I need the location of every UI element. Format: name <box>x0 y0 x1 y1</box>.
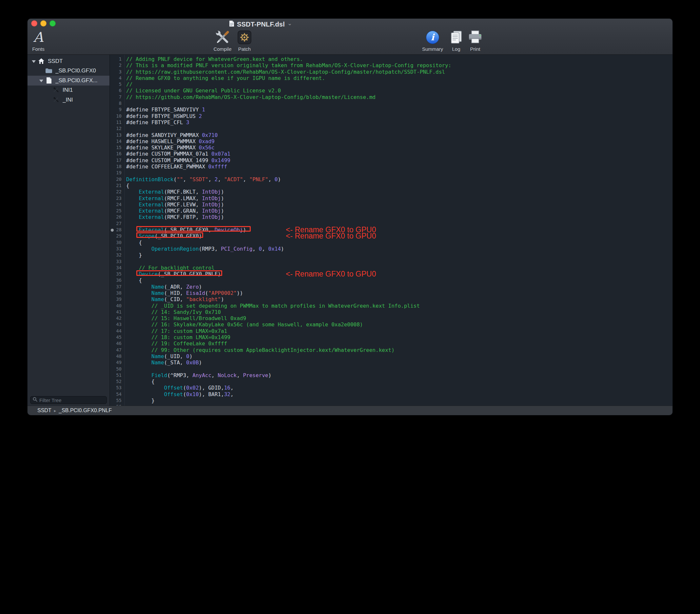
zoom-button[interactable] <box>49 20 56 26</box>
search-icon <box>33 397 37 403</box>
line-number: 7 <box>110 94 124 100</box>
tree-item-ini[interactable]: _INI <box>27 95 110 105</box>
code-line-3: 3// https://raw.githubusercontent.com/Re… <box>110 69 673 75</box>
line-number: 13 <box>110 132 124 138</box>
filter-tree-input[interactable] <box>39 398 104 403</box>
code-line-35: 35 Device(_SB.PCI0.GFX0.PNLF) <box>110 271 673 277</box>
code-line-46: 46 // 19: CoffeeLake 0xffff <box>110 340 673 347</box>
breadcrumb-root[interactable]: SSDT <box>37 408 51 413</box>
code-line-43: 43 // 16: Skylake/KabyLake 0x56c (and so… <box>110 322 673 328</box>
code-line-28: 28 External(_SB.PCI0.GFX0, DeviceObj) <box>110 227 673 233</box>
tree-item-sb-pci0-gfx0[interactable]: _SB.PCI0.GFX0 <box>27 66 110 76</box>
code-line-2: 2// This is a modified PNLF version orig… <box>110 62 673 68</box>
line-number: 33 <box>110 259 124 265</box>
code-line-48: 48 Name(_UID, 0) <box>110 353 673 360</box>
patch-button[interactable]: Patch <box>231 30 258 52</box>
tree-item-ini1[interactable]: INI1 <box>27 86 110 95</box>
line-number: 20 <box>110 176 124 183</box>
editor-pane: 1// Adding PNLF device for WhateverGreen… <box>110 55 673 405</box>
printer-icon <box>468 30 483 45</box>
code-line-7: 7// https://github.com/RehabMan/OS-X-Clo… <box>110 94 673 100</box>
code-line-34: 34 // For backlight control <box>110 265 673 271</box>
tree-item-label: _SB.PCI0.GFX... <box>55 77 98 84</box>
code-line-11: 11#define FBTYPE_CFL 3 <box>110 119 673 125</box>
sidebar-tree: SSDT_SB.PCI0.GFX0_SB.PCI0.GFX...INI1_INI <box>27 55 110 105</box>
code-line-29: 29 Scope(_SB.PCI0.GFX0) <box>110 233 673 239</box>
line-number: 8 <box>110 100 124 106</box>
fonts-button[interactable]: A Fonts <box>27 30 52 52</box>
method-icon <box>52 96 60 103</box>
code-line-33: 33 <box>110 259 673 265</box>
code-line-17: 17#define CUSTOM_PWMMAX_1499 0x1499 <box>110 157 673 163</box>
method-icon <box>52 87 60 94</box>
breadcrumb-separator-icon: ▸ <box>54 408 57 413</box>
disclosure-triangle-icon[interactable] <box>38 79 45 82</box>
code-line-40: 40 // _UID is set depending on PWMMax to… <box>110 303 673 309</box>
code-line-41: 41 // 14: Sandy/Ivy 0x710 <box>110 309 673 315</box>
disclosure-triangle-icon[interactable] <box>30 60 37 63</box>
tree-item-label: _SB.PCI0.GFX0 <box>55 67 96 74</box>
document-proxy-icon[interactable] <box>229 20 234 28</box>
line-number: 2 <box>110 62 124 68</box>
line-number: 14 <box>110 138 124 145</box>
line-number: 23 <box>110 195 124 201</box>
code-line-16: 16#define CUSTOM_PWMMAX_07a1 0x07a1 <box>110 151 673 157</box>
tree-item-ssdt[interactable]: SSDT <box>27 57 110 66</box>
line-number: 42 <box>110 315 124 322</box>
line-number: 34 <box>110 265 124 271</box>
code-line-52: 52 { <box>110 378 673 385</box>
line-number: 43 <box>110 322 124 328</box>
line-number: 31 <box>110 246 124 252</box>
info-icon: i <box>425 30 440 45</box>
document-icon <box>45 77 53 84</box>
line-number: 53 <box>110 385 124 391</box>
line-number: 29 <box>110 233 124 239</box>
tree-item-label: SSDT <box>48 58 63 64</box>
home-icon <box>37 58 45 65</box>
code-line-37: 37 Name(_ADR, Zero) <box>110 284 673 290</box>
code-line-55: 55 } <box>110 398 673 404</box>
print-button[interactable]: Print <box>461 30 489 52</box>
line-number: 18 <box>110 163 124 170</box>
code-line-1: 1// Adding PNLF device for WhateverGreen… <box>110 56 673 62</box>
gutter-marker-dot <box>111 229 114 231</box>
code-line-25: 25 External(RMCF.GRAN, IntObj) <box>110 208 673 214</box>
code-line-38: 38 Name(_HID, EisaId("APP0002")) <box>110 290 673 296</box>
code-line-23: 23 External(RMCF.LMAX, IntObj) <box>110 195 673 201</box>
tree-item-label: _INI <box>63 97 73 103</box>
tree-item-label: INI1 <box>63 87 73 93</box>
line-number: 40 <box>110 303 124 309</box>
line-number: 52 <box>110 378 124 385</box>
code-line-44: 44 // 17: custom LMAX=0x7a1 <box>110 328 673 334</box>
line-number: 54 <box>110 391 124 398</box>
code-line-4: 4// Rename GFX0 to anything else if your… <box>110 75 673 81</box>
tree-item-sb-pci0-gfx[interactable]: _SB.PCI0.GFX... <box>27 76 110 86</box>
line-number: 21 <box>110 183 124 189</box>
folder-icon <box>45 67 53 74</box>
code-line-5: 5// <box>110 81 673 87</box>
minimize-button[interactable] <box>40 20 47 26</box>
line-number: 6 <box>110 87 124 94</box>
line-number: 10 <box>110 113 124 119</box>
filter-tree-field[interactable] <box>30 396 107 404</box>
breadcrumb-leaf[interactable]: _SB.PCI0.GFX0.PNLF <box>59 408 112 413</box>
line-number: 17 <box>110 157 124 163</box>
line-number: 35 <box>110 271 124 277</box>
code-area[interactable]: 1// Adding PNLF device for WhateverGreen… <box>110 55 673 405</box>
line-number: 45 <box>110 334 124 340</box>
annotation-note: <- Rename GFX0 to GPU0 <box>286 232 376 240</box>
code-line-53: 53 Offset(0x02), GDID,16, <box>110 385 673 391</box>
sidebar: SSDT_SB.PCI0.GFX0_SB.PCI0.GFX...INI1_INI <box>27 55 110 405</box>
close-button[interactable] <box>31 20 37 26</box>
line-number: 22 <box>110 189 124 195</box>
line-number: 15 <box>110 145 124 151</box>
line-number: 39 <box>110 296 124 302</box>
line-number: 32 <box>110 252 124 258</box>
code-line-30: 30 { <box>110 239 673 246</box>
line-number: 47 <box>110 347 124 353</box>
line-number: 11 <box>110 119 124 125</box>
line-number: 38 <box>110 290 124 296</box>
annotation-note: <- Rename GFX0 to GPU0 <box>286 270 376 278</box>
title-menu-chevron[interactable]: ⌄ <box>287 20 292 27</box>
line-number: 19 <box>110 170 124 176</box>
